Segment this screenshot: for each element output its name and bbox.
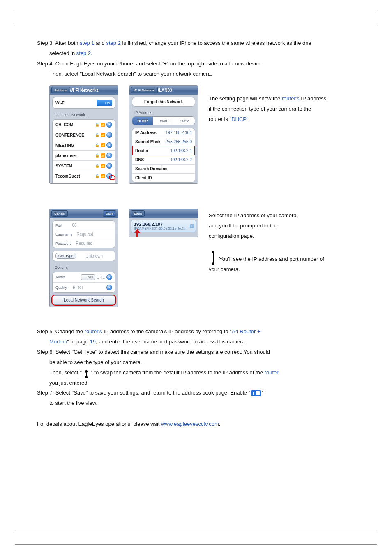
sel-b: and you'll be prompted to the <box>209 222 359 230</box>
link-step2b[interactable]: step 2 <box>76 50 91 56</box>
row-username[interactable]: UsernameRequired <box>53 230 115 239</box>
pin-swap-icon <box>210 251 216 265</box>
ip-address-section-label: IP Address <box>129 109 198 115</box>
row-label: Subnet Mask <box>135 139 161 144</box>
exp-l1: The setting page will show the router's … <box>209 95 359 103</box>
sel-d: You'll see the IP address and port numbe… <box>209 251 359 263</box>
network-meeting[interactable]: MEETING 🔒📶› <box>53 140 115 150</box>
lock-icon: 🔒 <box>95 133 99 137</box>
nav-back-settings[interactable]: Settings <box>51 87 70 93</box>
step6-line3: Then, select "" to swap the camera from … <box>49 369 359 377</box>
seg-bootp[interactable]: BootP <box>153 117 174 125</box>
detail-icon[interactable]: › <box>106 122 112 128</box>
network-label: CONFERENCE <box>55 133 84 137</box>
forget-network-button[interactable]: Forget this Network <box>132 97 195 106</box>
seg-static[interactable]: Static <box>174 117 195 125</box>
network-system[interactable]: SYSTEM 🔒📶› <box>53 160 115 171</box>
right-explain-block: The setting page will show the router's … <box>209 85 359 184</box>
pin-swap-icon <box>83 370 89 378</box>
step5-label: Step 5: <box>37 328 54 334</box>
ip-mode-segment[interactable]: DHCP BootP Static <box>132 116 195 125</box>
wifi-icon: 📶 <box>101 164 105 168</box>
sel-a: Select the IP address of your camera, <box>209 212 359 220</box>
page-bottom-border <box>15 530 377 545</box>
red-arrow-annotation <box>134 229 140 237</box>
row-label: Quality <box>55 285 67 290</box>
cancel-button[interactable]: Cancel <box>51 210 68 217</box>
row-dns: DNS192.168.2.2 <box>132 155 195 164</box>
save-button[interactable]: Save <box>103 210 116 217</box>
search-result-panel: Back 192.168.2.197 IPCAM (FIXED) 00:0e:5… <box>129 209 198 237</box>
result-ip: 192.168.2.197 <box>134 222 193 227</box>
step3-t1: After both <box>55 40 80 46</box>
row-value: 192.168.2.1 <box>170 149 192 153</box>
row-label: Router <box>135 149 148 153</box>
row-value: 192.168.2.101 <box>166 130 192 135</box>
local-network-search-button[interactable]: Local Network Search <box>52 295 115 305</box>
link-routers2[interactable]: router's <box>85 328 102 334</box>
network-ch-com[interactable]: CH_COM 🔒📶› <box>53 120 115 130</box>
wifi-icon: 📶 <box>101 174 105 178</box>
step4-line1: Step 4: Open EagleEyes on your iPhone, a… <box>37 60 359 68</box>
detail-icon[interactable]: › <box>106 142 112 148</box>
sel-c: configuration page. <box>209 232 359 240</box>
seg-dhcp[interactable]: DHCP <box>132 117 153 125</box>
detail-icon[interactable]: › <box>106 285 112 290</box>
wifi-detail-panel: Wi-Fi Networks WLAN03 Forget this Networ… <box>129 85 198 184</box>
network-wlan03[interactable]: ✓WLAN03 🔒📶› <box>53 181 115 184</box>
footer-line: For details about EagleEyes operations, … <box>37 420 359 428</box>
gettype-value: Unknown <box>85 254 103 258</box>
row-value: Required <box>76 241 93 246</box>
link-modem[interactable]: Modem <box>49 339 67 345</box>
link-dhcp[interactable]: DHCP <box>231 116 247 122</box>
link-step2a[interactable]: step 2 <box>106 40 120 46</box>
step6-line2: be able to see the type of your camera. <box>49 359 359 367</box>
link-pg[interactable]: 19 <box>90 339 96 345</box>
row-gettype[interactable]: Get Type Unknown <box>53 251 115 261</box>
network-label: TecomGuest <box>55 174 80 179</box>
ip-details-group: IP Address192.168.2.101 Subnet Mask255.2… <box>132 128 195 183</box>
link-url[interactable]: www.eagleeyescctv.com <box>161 421 219 427</box>
detail-icon[interactable]: › <box>106 163 112 169</box>
step3-label: Step 3: <box>37 40 54 46</box>
gettype-button[interactable]: Get Type <box>55 253 76 259</box>
link-routers[interactable]: router's <box>282 95 300 102</box>
search-result-row[interactable]: 192.168.2.197 IPCAM (FIXED) 00:0e:53:1e:… <box>131 220 196 232</box>
forget-label: Forget this Network <box>144 100 183 104</box>
link-router3[interactable]: router <box>265 369 279 376</box>
link-step1[interactable]: step 1 <box>80 40 94 46</box>
network-label: CH_COM <box>55 123 73 127</box>
detail-icon[interactable]: › <box>106 132 112 138</box>
row-port[interactable]: Port88 <box>53 221 115 230</box>
network-planexuser[interactable]: planexuser 🔒📶› <box>53 150 115 160</box>
nav-back-wifi[interactable]: Wi-Fi Networks <box>131 87 158 93</box>
network-label: planexuser <box>55 153 77 158</box>
row-search-domains: Search Domains <box>132 164 195 173</box>
row-client-id: Client ID <box>132 173 195 182</box>
row-value: 192.168.2.2 <box>170 158 192 162</box>
wifi-toggle[interactable]: ON <box>97 100 112 106</box>
row-ip: IP Address192.168.2.101 <box>132 128 195 137</box>
detail-icon[interactable]: › <box>106 153 112 158</box>
row-quality[interactable]: Quality BEST › <box>53 282 115 292</box>
row-password[interactable]: PasswordRequired <box>53 239 115 248</box>
step4-line2: Then, select "Local Network Search" to s… <box>49 70 359 78</box>
audio-toggle[interactable]: OFF <box>81 274 95 280</box>
wifi-label: Wi-Fi <box>55 101 65 105</box>
row-audio[interactable]: Audio OFF CH1 › <box>53 272 115 282</box>
detail-icon[interactable]: › <box>106 183 112 184</box>
exp-l2: if the connection type of your camera to… <box>209 105 359 113</box>
link-a4[interactable]: A4 Router + <box>232 328 261 334</box>
detail-icon[interactable]: › <box>106 274 112 280</box>
row-label: Client ID <box>135 176 152 180</box>
network-conference[interactable]: CONFERENCE 🔒📶› <box>53 130 115 140</box>
network-tecomguest[interactable]: TecomGuest 🔒📶› <box>53 171 115 181</box>
wifi-icon: 📶 <box>101 153 105 158</box>
chevron-right-icon: › <box>190 224 194 228</box>
wifi-master-row[interactable]: Wi-Fi ON <box>53 97 115 108</box>
step3-t2: selected in <box>49 50 76 56</box>
nav-back-button[interactable]: Back <box>131 210 145 217</box>
step7-line2: to start the live view. <box>49 399 359 407</box>
editor-icon <box>251 390 261 396</box>
row-label: Password <box>55 241 72 246</box>
